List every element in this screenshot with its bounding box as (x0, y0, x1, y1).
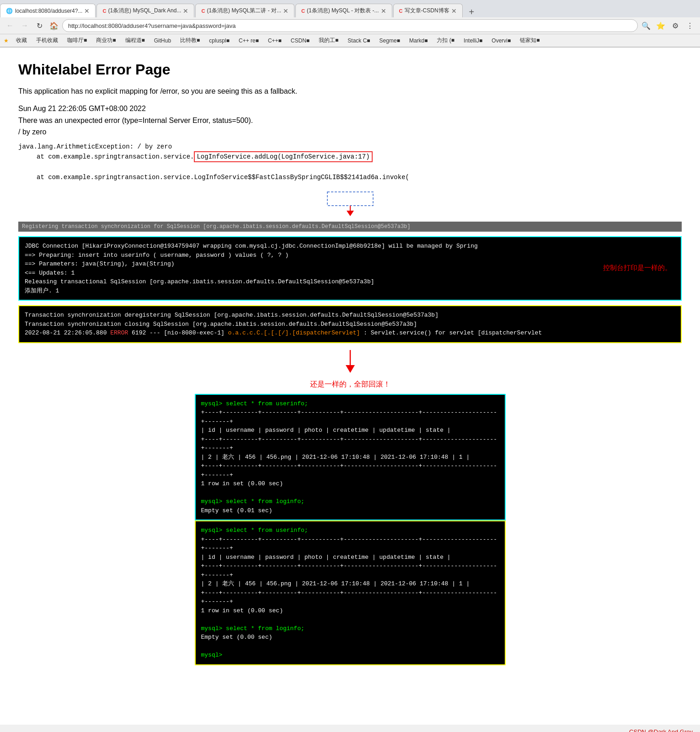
tab4-favicon: C (301, 8, 305, 14)
tab3-favicon: C (201, 8, 205, 14)
tab2-label: (1条消息) MySQL_Dark And... (108, 7, 181, 15)
tab2-close[interactable]: ✕ (181, 7, 188, 15)
mysql-row-count-2: 1 row in set (0.00 sec) (201, 606, 499, 615)
tab-close-btn[interactable]: ✕ (82, 7, 90, 15)
bookmark-star-icon: ★ (4, 37, 9, 44)
page-content: Whitelabel Error Page This application h… (0, 48, 700, 725)
tab3-close[interactable]: ✕ (281, 7, 289, 15)
console-error-line: 2022-08-21 22:26:05.880 ERROR 6192 --- [… (25, 329, 675, 338)
bookmark-prog[interactable]: 编程道■ (123, 36, 148, 45)
mysql-empty-1: Empty set (0.01 sec) (201, 506, 499, 515)
tab2-favicon: C (102, 8, 106, 14)
bookmark-markd[interactable]: Markd■ (406, 37, 431, 45)
bookmark-cpre[interactable]: C++ re■ (236, 37, 262, 45)
bookmark-cpluspl[interactable]: cpluspl■ (206, 37, 232, 45)
bookmark-leetcode[interactable]: 力扣 (■ (434, 36, 457, 45)
console-line-5: Releasing transactional SqlSession [org.… (25, 277, 675, 286)
bookmark-mytools[interactable]: 我的工■ (316, 36, 341, 45)
gray-console-line: Registering transaction synchronization … (18, 222, 682, 232)
mysql-select-1: mysql> select * from userinfo; (201, 399, 499, 408)
bookmark-segme[interactable]: Segme■ (377, 37, 403, 45)
arrow-connector-1 (18, 190, 682, 217)
tab-bar: 🌐 localhost:8080/adduser4?... ✕ C (1条消息)… (0, 0, 700, 17)
annotation-same: 控制台打印是一样的。 (603, 264, 672, 274)
console-closing: Transaction synchronization closing SqlS… (25, 320, 675, 329)
mysql-select-2: mysql> select * from userinfo; (201, 526, 499, 535)
bookmark-coffee[interactable]: 咖啡厅■ (64, 36, 90, 45)
bookmark-star-button[interactable]: ⭐ (654, 19, 667, 32)
csdn-watermark: CSDN @Dark And Grey (0, 725, 700, 732)
mysql-table-header-2: | id | username | password | photo | cre… (201, 553, 499, 562)
mysql-table-row-2: | 2 | 老六 | 456 | 456.png | 2021-12-06 17… (201, 579, 499, 589)
forward-button[interactable]: → (18, 19, 31, 32)
mysql-row-count-1: 1 row in set (0.00 sec) (201, 479, 499, 488)
error-timestamp: Sun Aug 21 22:26:05 GMT+08:00 2022 There… (18, 103, 682, 138)
console-line-6: 添加用户. 1 (25, 286, 675, 296)
tab-5[interactable]: C 写文章-CSDN博客 ✕ (393, 4, 463, 17)
tab5-favicon: C (399, 8, 403, 14)
mysql-loginfo-2: mysql> select * from loginfo; (201, 624, 499, 633)
back-button[interactable]: ← (4, 19, 16, 32)
tab-2[interactable]: C (1条消息) MySQL_Dark And... ✕ (96, 4, 194, 17)
tab5-close[interactable]: ✕ (449, 7, 457, 15)
mysql-table-border-1: +----+----------+----------+-----------+… (201, 408, 499, 426)
mysql-wrapper: mysql> select * from userinfo; +----+---… (195, 394, 506, 665)
console-deregister: Transaction synchronization deregisterin… (25, 311, 675, 320)
tab3-label: (1条消息) MySQL第二讲 - 对... (207, 7, 281, 15)
timestamp-line: Sun Aug 21 22:26:05 GMT+08:00 2022 (18, 103, 682, 115)
bookmarks-bar: ★ 收藏 手机收藏 咖啡厅■ 商业功■ 编程道■ GitHub 比特教■ cpl… (0, 34, 700, 47)
browser-chrome: 🌐 localhost:8080/adduser4?... ✕ C (1条消息)… (0, 0, 700, 48)
tab-active[interactable]: 🌐 localhost:8080/adduser4?... ✕ (0, 4, 96, 17)
mysql-cyan-block: mysql> select * from userinfo; +----+---… (195, 394, 506, 521)
console-line-2: ==> Preparing: insert into userinfo ( us… (25, 251, 675, 260)
console-yellow-block: Transaction synchronization deregisterin… (18, 305, 682, 343)
mysql-prompt: mysql> (201, 651, 499, 660)
tab4-close[interactable]: ✕ (379, 7, 386, 15)
down-arrow-red-svg (323, 348, 378, 375)
new-tab-button[interactable]: + (465, 7, 478, 17)
exception-line: java.lang.ArithmeticException: / by zero (18, 143, 172, 150)
down-arrow-svg (323, 190, 378, 217)
console-cyan-block: JDBC Connection [HikariProxyConnection@1… (18, 236, 682, 301)
bookmark-stack[interactable]: Stack C■ (345, 37, 373, 45)
svg-marker-2 (347, 211, 354, 216)
bookmark-overvi[interactable]: Overvi■ (489, 37, 513, 45)
bookmark-biz[interactable]: 商业功■ (93, 36, 118, 45)
mysql-loginfo-1: mysql> select * from loginfo; (201, 497, 499, 506)
mysql-table-row-1: | 2 | 老六 | 456 | 456.png | 2021-12-06 17… (201, 453, 499, 462)
fallback-text: This application has no explicit mapping… (18, 87, 682, 95)
mysql-table-border-5: +----+----------+----------+-----------+… (201, 562, 499, 579)
error-line1: There was an unexpected error (type=Inte… (18, 115, 682, 127)
console-line-4: <== Updates: 1 (25, 269, 675, 278)
mysql-table-header: | id | username | password | photo | cre… (201, 426, 499, 435)
address-bar[interactable] (62, 19, 638, 32)
tab4-label: (1条消息) MySQL - 对数表 -... (307, 7, 379, 15)
search-icon: 🔍 (640, 19, 652, 32)
mysql-empty-2: Empty set (0.00 sec) (201, 633, 499, 642)
menu-button[interactable]: ⋮ (684, 19, 696, 32)
bookmark-favorites[interactable]: 收藏 (13, 36, 30, 45)
console-line-3: ==> Parameters: java(String), java(Strin… (25, 260, 675, 269)
mysql-table-border-3: +----+----------+----------+-----------+… (201, 461, 499, 479)
bookmark-intellij[interactable]: IntelliJ■ (461, 37, 485, 45)
bookmark-cpp[interactable]: C++■ (265, 37, 284, 45)
page-title: Whitelabel Error Page (18, 61, 682, 78)
svg-marker-4 (346, 365, 355, 373)
home-button[interactable]: 🏠 (48, 19, 60, 32)
bookmark-mobile[interactable]: 手机收藏 (33, 36, 61, 45)
tab-3[interactable]: C (1条消息) MySQL第二讲 - 对... ✕ (195, 4, 294, 17)
tab-4[interactable]: C (1条消息) MySQL - 对数表 -... ✕ (295, 4, 392, 17)
bookmark-bitedu[interactable]: 比特教■ (177, 36, 203, 45)
svg-rect-0 (327, 192, 373, 206)
mysql-blank-2 (201, 615, 499, 624)
bookmark-lianjia[interactable]: 链家知■ (517, 36, 542, 45)
error-line2: / by zero (18, 126, 682, 138)
reload-button[interactable]: ↻ (33, 19, 46, 32)
bookmark-github[interactable]: GitHub (151, 37, 174, 45)
stack-line-2: at com.example.springtransaction.service… (18, 172, 682, 182)
tab-label: localhost:8080/adduser4?... (15, 8, 82, 14)
extensions-button[interactable]: ⚙ (669, 19, 682, 32)
console-line-1: JDBC Connection [HikariProxyConnection@1… (25, 242, 675, 251)
mysql-table-border-6: +----+----------+----------+-----------+… (201, 589, 499, 606)
bookmark-csdn[interactable]: CSDN■ (288, 37, 312, 45)
